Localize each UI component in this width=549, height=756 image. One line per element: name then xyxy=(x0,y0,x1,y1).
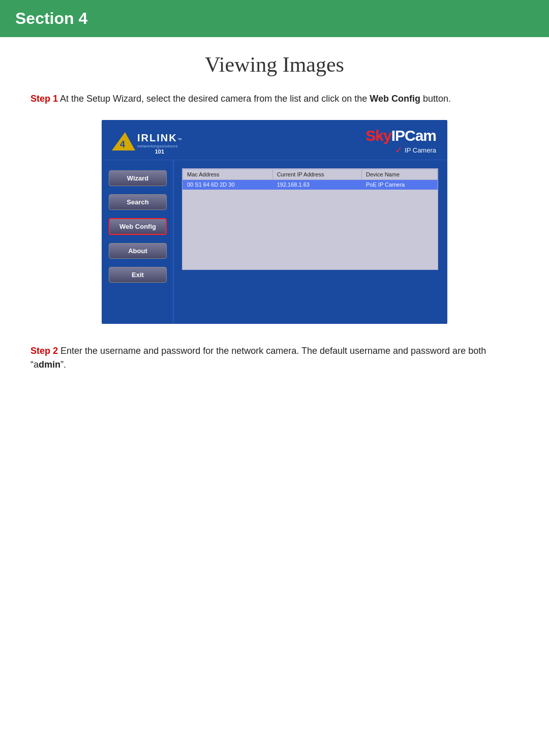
logo-sub: networkingsolutions xyxy=(137,144,182,148)
exit-button[interactable]: Exit xyxy=(109,267,167,283)
step2-suffix: ”. xyxy=(60,359,66,370)
logo-tm: ™ xyxy=(177,137,182,142)
section-title: Section 4 xyxy=(15,9,87,27)
app-body: Wizard Search Web Config About Exit Mac … xyxy=(103,160,446,323)
section-header: Section 4 xyxy=(0,0,549,37)
step1-label: Step 1 xyxy=(30,94,58,104)
device-table-wrapper: Mac Address Current IP Address Device Na… xyxy=(182,168,438,270)
app-main-area: Mac Address Current IP Address Device Na… xyxy=(174,160,446,323)
col-header-ip: Current IP Address xyxy=(272,169,361,180)
step1-text: At the Setup Wizard, select the desired … xyxy=(58,94,370,104)
about-button[interactable]: About xyxy=(109,243,167,259)
col-header-mac: Mac Address xyxy=(183,169,273,180)
logo-graphic: 4 xyxy=(111,128,136,155)
brand-area: SkyIPCam ✓ IP Camera xyxy=(365,127,436,156)
airlink-logo-area: 4 IRLINK™ networkingsolutions 101 xyxy=(111,128,182,155)
brand-ipcam: IPCam xyxy=(391,127,436,144)
brand-sub-text: IP Camera xyxy=(405,146,436,154)
brand-name: SkyIPCam xyxy=(365,127,436,144)
cell-mac: 00 S1 64 6D 2D 30 xyxy=(183,180,273,190)
search-button[interactable]: Search xyxy=(109,194,167,210)
step2-bold: dmin xyxy=(39,359,60,370)
col-header-name: Device Name xyxy=(362,169,438,180)
step1-suffix: button. xyxy=(420,94,451,104)
svg-text:4: 4 xyxy=(120,139,125,149)
cell-ip: 192.168.1.63 xyxy=(272,180,361,190)
app-screenshot: 4 IRLINK™ networkingsolutions 101 SkyIPC… xyxy=(102,120,447,324)
tick-icon: ✓ xyxy=(395,144,403,156)
table-row[interactable]: 00 S1 64 6D 2D 30 192.168.1.63 PoE IP Ca… xyxy=(183,180,438,190)
cell-device-name: PoE IP Camera xyxy=(362,180,438,190)
brand-sub: ✓ IP Camera xyxy=(365,144,436,156)
device-table: Mac Address Current IP Address Device Na… xyxy=(182,169,438,190)
app-header: 4 IRLINK™ networkingsolutions 101 SkyIPC… xyxy=(103,121,446,160)
irlink-text: IRLINK xyxy=(137,132,177,144)
step2-paragraph: Step 2 Enter the username and password f… xyxy=(30,344,518,372)
page-title: Viewing Images xyxy=(30,52,518,77)
app-sidebar: Wizard Search Web Config About Exit xyxy=(103,160,174,323)
step1-paragraph: Step 1 At the Setup Wizard, select the d… xyxy=(30,92,518,106)
web-config-bold: Web Config xyxy=(370,94,420,104)
step2-label: Step 2 xyxy=(30,346,58,356)
web-config-button[interactable]: Web Config xyxy=(109,218,167,235)
brand-sky: Sky xyxy=(365,127,391,144)
step2-text: Enter the username and password for the … xyxy=(30,346,486,370)
main-content: Viewing Images Step 1 At the Setup Wizar… xyxy=(0,52,549,372)
logo-101: 101 xyxy=(137,148,182,155)
wizard-button[interactable]: Wizard xyxy=(109,170,167,186)
